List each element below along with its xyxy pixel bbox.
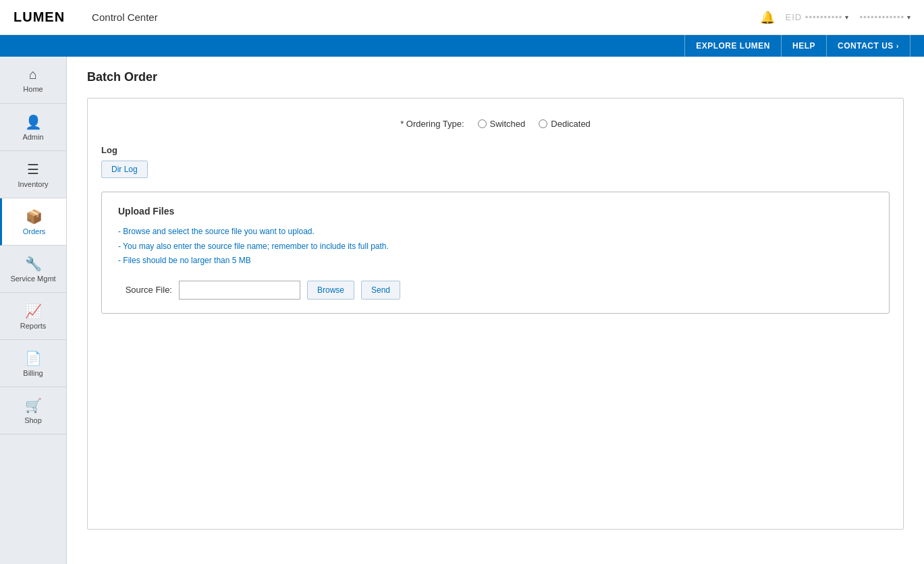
radio-dedicated[interactable]: Dedicated <box>539 119 591 129</box>
nav-item-contact[interactable]: CONTACT US › <box>827 35 911 57</box>
user-chevron-icon: ▾ <box>907 13 911 21</box>
radio-group: Switched Dedicated <box>478 119 591 129</box>
sidebar: ⌂ Home 👤 Admin ☰ Inventory 📦 Orders 🔧 Se… <box>0 57 67 564</box>
reports-icon: 📈 <box>25 303 42 319</box>
instruction-1: - Browse and select the source file you … <box>118 225 873 239</box>
eid-chevron-icon: ▾ <box>845 13 848 21</box>
sidebar-item-home[interactable]: ⌂ Home <box>0 57 66 104</box>
billing-icon: 📄 <box>25 350 42 366</box>
logo: LUMEN <box>13 9 65 25</box>
instruction-3: - Files should be no larger than 5 MB <box>118 254 873 269</box>
explore-label: EXPLORE LUMEN <box>696 41 770 51</box>
browse-button[interactable]: Browse <box>307 281 354 300</box>
sidebar-admin-label: Admin <box>22 133 43 141</box>
sidebar-orders-label: Orders <box>23 227 46 235</box>
log-label: Log <box>101 145 890 155</box>
send-button[interactable]: Send <box>361 281 400 300</box>
sidebar-reports-label: Reports <box>20 322 47 330</box>
orders-icon: 📦 <box>26 208 43 225</box>
radio-dedicated-label: Dedicated <box>551 119 591 129</box>
upload-instructions: - Browse and select the source file you … <box>118 225 873 269</box>
shop-icon: 🛒 <box>25 397 42 414</box>
source-file-input[interactable] <box>179 281 300 300</box>
header-right: 🔔 EID •••••••••• ▾ •••••••••••• ▾ <box>760 10 911 25</box>
admin-icon: 👤 <box>25 114 42 130</box>
blue-nav: EXPLORE LUMEN HELP CONTACT US › <box>0 35 924 57</box>
sidebar-item-service-mgmt[interactable]: 🔧 Service Mgmt <box>0 246 66 293</box>
sidebar-item-orders[interactable]: 📦 Orders <box>0 198 66 246</box>
radio-switched[interactable]: Switched <box>478 119 526 129</box>
content-card: * Ordering Type: Switched Dedicated <box>87 98 904 530</box>
user-label: •••••••••••• <box>859 12 904 22</box>
logo-text: LUMEN <box>13 9 65 25</box>
contact-arrow-icon: › <box>896 42 899 50</box>
user-dropdown[interactable]: •••••••••••• ▾ <box>859 12 911 22</box>
contact-label: CONTACT US <box>838 41 894 51</box>
upload-box: Upload Files - Browse and select the sou… <box>101 192 890 314</box>
eid-dropdown[interactable]: EID •••••••••• ▾ <box>786 12 849 22</box>
main-layout: ⌂ Home 👤 Admin ☰ Inventory 📦 Orders 🔧 Se… <box>0 57 924 564</box>
content-inner: Batch Order * Ordering Type: Switched De… <box>67 57 924 543</box>
inventory-icon: ☰ <box>27 161 39 177</box>
source-file-row: Source File: Browse Send <box>118 281 873 300</box>
sidebar-item-billing[interactable]: 📄 Billing <box>0 340 66 387</box>
upload-title: Upload Files <box>118 206 873 217</box>
bell-icon[interactable]: 🔔 <box>760 10 775 25</box>
page-title: Batch Order <box>87 70 904 84</box>
nav-item-explore[interactable]: EXPLORE LUMEN <box>684 35 782 57</box>
top-header: LUMEN Control Center 🔔 EID •••••••••• ▾ … <box>0 0 924 35</box>
radio-dedicated-input[interactable] <box>539 119 547 128</box>
help-label: HELP <box>792 41 815 51</box>
sidebar-item-reports[interactable]: 📈 Reports <box>0 293 66 340</box>
log-section: Log Dir Log <box>101 145 890 178</box>
nav-item-help[interactable]: HELP <box>782 35 827 57</box>
instruction-2: - You may also enter the source file nam… <box>118 239 873 254</box>
sidebar-home-label: Home <box>23 85 43 93</box>
dir-log-button[interactable]: Dir Log <box>101 161 148 178</box>
source-file-label: Source File: <box>118 285 172 295</box>
radio-switched-input[interactable] <box>478 119 487 128</box>
sidebar-item-shop[interactable]: 🛒 Shop <box>0 387 66 434</box>
sidebar-shop-label: Shop <box>24 416 42 424</box>
service-mgmt-icon: 🔧 <box>25 256 42 272</box>
sidebar-item-inventory[interactable]: ☰ Inventory <box>0 151 66 198</box>
ordering-type-row: * Ordering Type: Switched Dedicated <box>101 119 890 129</box>
sidebar-inventory-label: Inventory <box>18 180 48 188</box>
sidebar-item-admin[interactable]: 👤 Admin <box>0 104 66 151</box>
home-icon: ⌂ <box>29 67 37 82</box>
sidebar-billing-label: Billing <box>23 369 43 377</box>
radio-switched-label: Switched <box>490 119 526 129</box>
content-area: Batch Order * Ordering Type: Switched De… <box>67 57 924 564</box>
ordering-type-label: * Ordering Type: <box>400 119 464 129</box>
sidebar-service-mgmt-label: Service Mgmt <box>10 275 55 283</box>
eid-label: EID •••••••••• <box>786 12 843 22</box>
app-title: Control Center <box>92 11 158 23</box>
